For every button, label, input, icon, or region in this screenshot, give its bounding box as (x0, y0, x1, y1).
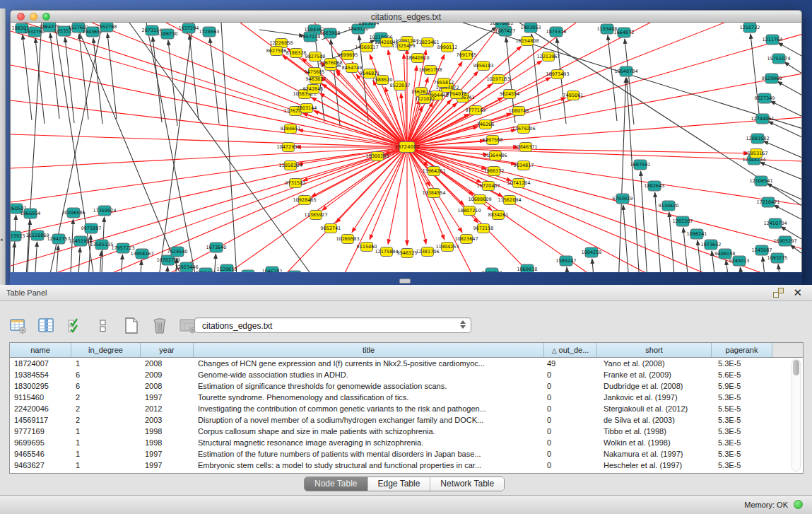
cell-out-de-[interactable]: 0 (544, 403, 597, 414)
graph-edge[interactable] (11, 147, 407, 202)
cell-year[interactable]: 2003 (141, 414, 194, 426)
table-row[interactable]: 946554611997Estimation of the future num… (10, 448, 803, 460)
graph-edge[interactable] (146, 23, 196, 272)
cell-year[interactable]: 1998 (141, 437, 194, 448)
graph-edge[interactable] (11, 134, 407, 147)
graph-edge[interactable] (23, 35, 32, 120)
cell-short[interactable]: Nakamura et al. (1997) (597, 448, 712, 460)
cell-pagerank[interactable]: 5.5E-5 (712, 403, 772, 414)
tab-node-table[interactable]: Node Table (305, 477, 368, 491)
cell-out-de-[interactable]: 0 (544, 414, 597, 426)
graph-edge[interactable] (567, 267, 573, 272)
cell-in-degree[interactable]: 2 (71, 392, 141, 403)
graph-edge[interactable] (768, 122, 802, 147)
graph-edge[interactable] (107, 33, 117, 119)
cell-in-degree[interactable]: 1 (71, 437, 141, 448)
cell-year[interactable]: 2009 (141, 369, 194, 380)
cell-out-de-[interactable]: 0 (544, 392, 597, 403)
cell-in-degree[interactable]: 1 (71, 426, 141, 437)
cell-pagerank[interactable]: 5.6E-5 (712, 369, 772, 380)
cell-out-de-[interactable]: 0 (544, 437, 597, 448)
graph-edge[interactable] (168, 40, 177, 126)
cell-short[interactable]: Jankovic et al. (1997) (597, 392, 712, 403)
cell-name[interactable]: 18724007 (10, 358, 71, 369)
cell-name[interactable]: 19384554 (10, 369, 71, 380)
new-table-icon[interactable] (122, 316, 141, 336)
table-row[interactable]: 969969511998Structural magnetic resonanc… (10, 437, 803, 448)
cell-name[interactable]: 9463627 (10, 460, 71, 471)
graph-edge[interactable] (221, 23, 237, 272)
graph-edge[interactable] (96, 251, 101, 272)
row-height-icon[interactable] (93, 316, 113, 336)
cell-year[interactable]: 1997 (141, 448, 194, 460)
cell-name[interactable]: 14569117 (10, 414, 71, 426)
table-settings-icon[interactable] (8, 316, 28, 336)
cell-out-de-[interactable]: 0 (544, 448, 597, 460)
graph-edge[interactable] (592, 259, 599, 272)
cell-title[interactable]: Genome-wide association studies in ADHD. (194, 369, 544, 380)
column-header-out-de-[interactable]: △out_de... (544, 343, 597, 357)
cell-out-de-[interactable]: 49 (544, 358, 597, 369)
graph-edge[interactable] (407, 117, 802, 147)
select-rows-icon[interactable] (65, 316, 85, 336)
cell-title[interactable]: Corpus callosum shape and size in male p… (194, 426, 544, 437)
cell-short[interactable]: Franke et al. (2009) (597, 369, 712, 380)
graph-edge[interactable] (319, 93, 407, 147)
table-row[interactable]: 911546021997Tourette syndrome. Phenomeno… (10, 392, 803, 403)
column-header-in-degree[interactable]: in_degree (71, 343, 141, 357)
graph-edge[interactable] (778, 264, 786, 272)
column-header-name[interactable]: name (10, 343, 71, 357)
cell-pagerank[interactable]: 5.9E-5 (712, 380, 772, 392)
table-row[interactable]: 2242004622012Investigating the contribut… (10, 403, 803, 414)
graph-edge[interactable] (608, 35, 617, 121)
close-panel-icon[interactable]: ✕ (793, 286, 802, 299)
cell-short[interactable]: Stergiakouli et al. (2012) (597, 403, 712, 414)
graph-edge[interactable] (407, 147, 802, 205)
delete-column-icon[interactable] (150, 316, 170, 336)
tab-network-table[interactable]: Network Table (430, 477, 504, 491)
column-header-title[interactable]: title (194, 343, 544, 357)
cell-in-degree[interactable]: 2 (71, 403, 141, 414)
memory-status-icon[interactable] (794, 500, 803, 509)
column-header-short[interactable]: short (597, 343, 712, 357)
cell-in-degree[interactable]: 2 (71, 414, 141, 426)
graph-node[interactable] (288, 271, 301, 272)
cell-pagerank[interactable]: 5.3E-5 (712, 392, 772, 403)
graph-edge[interactable] (79, 34, 88, 119)
cell-short[interactable]: Tibbo et al. (1998) (597, 426, 712, 437)
cell-title[interactable]: Disruption of a novel member of a sodium… (194, 414, 544, 426)
collapse-arrow-icon[interactable]: ◂ (0, 237, 3, 242)
graph-edge[interactable] (259, 30, 304, 36)
cell-year[interactable]: 2012 (141, 403, 194, 414)
graph-edge[interactable] (11, 65, 407, 147)
network-table-select[interactable]: citations_edges.txt (194, 317, 471, 333)
graph-edge[interactable] (75, 247, 80, 272)
cell-title[interactable]: Estimation of the future numbers of pati… (194, 448, 544, 460)
cell-pagerank[interactable]: 5.3E-5 (712, 426, 772, 437)
column-select-icon[interactable] (37, 316, 57, 336)
cell-out-de-[interactable]: 0 (544, 426, 597, 437)
cell-in-degree[interactable]: 1 (71, 448, 141, 460)
cell-short[interactable]: Wolkin et al. (1998) (597, 437, 712, 448)
cell-pagerank[interactable]: 5.3E-5 (712, 448, 772, 460)
graph-edge[interactable] (763, 141, 802, 167)
table-scrollbar[interactable] (792, 358, 801, 472)
cell-in-degree[interactable]: 6 (71, 380, 141, 392)
table-row[interactable]: 946362711997Embryonic stem cells: a mode… (10, 460, 803, 471)
cell-name[interactable]: 9115460 (10, 392, 71, 403)
cell-out-de-[interactable]: 0 (544, 460, 597, 471)
cell-title[interactable]: Investigating the contribution of common… (194, 403, 544, 414)
cell-name[interactable]: 9465546 (10, 448, 71, 460)
float-panel-icon[interactable] (773, 288, 784, 298)
graph-edge[interactable] (407, 100, 419, 147)
network-graph[interactable]: 1862014153276018643781053527152760219436… (11, 23, 802, 272)
cell-title[interactable]: Structural magnetic resonance image aver… (194, 437, 544, 448)
cell-year[interactable]: 2008 (141, 358, 194, 369)
cell-year[interactable]: 2008 (141, 380, 194, 392)
graph-edge[interactable] (777, 81, 802, 107)
cell-pagerank[interactable]: 5.3E-5 (712, 414, 772, 426)
column-header-pagerank[interactable]: pagerank (712, 343, 772, 357)
graph-edge[interactable] (770, 101, 802, 127)
table-row[interactable]: 1830029562008Estimation of significance … (10, 380, 803, 392)
graph-edge[interactable] (463, 27, 497, 51)
